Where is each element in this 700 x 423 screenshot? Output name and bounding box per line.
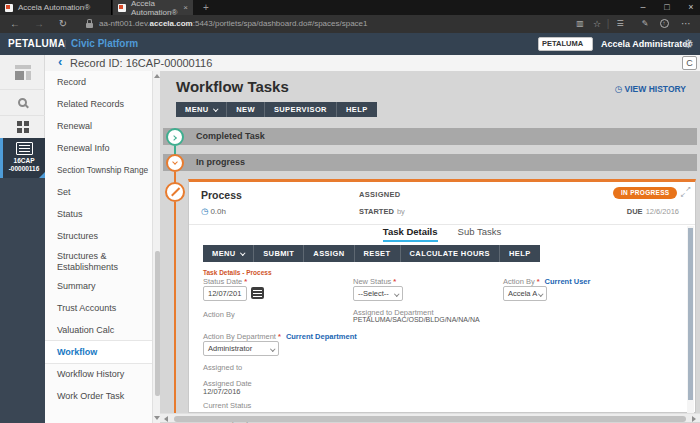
submit-button[interactable]: SUBMIT — [254, 245, 304, 262]
scroll-left-arrow[interactable] — [164, 416, 168, 422]
nav-item-status[interactable]: Status — [45, 203, 152, 225]
back-chevron-icon[interactable]: ‹ — [58, 54, 62, 69]
browser-window: Accela Automation® Accela Automation® × … — [0, 0, 700, 423]
new-status-select[interactable]: --Select-- — [353, 286, 403, 301]
task-bar-in-progress[interactable]: In progress — [163, 154, 697, 171]
page-title: Workflow Tasks — [176, 78, 289, 95]
chevron-down-icon — [394, 291, 399, 296]
app-header: PETALUMA | Civic Platform PETALUMA Accel… — [0, 33, 700, 55]
record-title: Record ID: 16CAP-00000116 — [70, 55, 212, 71]
accela-favicon — [5, 4, 13, 12]
nav-item-workflow[interactable]: Workflow — [45, 341, 160, 363]
hub-icon[interactable]: ☰ — [614, 15, 626, 33]
clock-icon: ◷ — [201, 206, 208, 216]
calendar-icon[interactable] — [251, 287, 264, 299]
assigned-label: ASSIGNED — [359, 190, 401, 199]
nav-item-record[interactable]: Record — [45, 71, 152, 93]
new-tab-button[interactable]: + — [199, 0, 213, 15]
nav-item-renewal[interactable]: Renewal — [45, 115, 152, 137]
tab-sub-tasks[interactable]: Sub Tasks — [458, 226, 502, 242]
tab-close-icon[interactable]: × — [183, 3, 188, 12]
reading-view-icon[interactable]: ▥ — [574, 15, 586, 33]
apps-button[interactable] — [0, 116, 45, 137]
chevron-down-icon — [240, 250, 245, 255]
nav-item-work-order-task[interactable]: Work Order Task — [45, 385, 152, 407]
share-icon[interactable]: ↑ — [660, 19, 670, 29]
record-chip-16cap[interactable]: 16CAP -00000116 — [0, 138, 45, 178]
web-note-icon[interactable]: ✎ — [639, 15, 651, 33]
nav-item-trust-accounts[interactable]: Trust Accounts — [45, 297, 152, 319]
dashboard-icon — [14, 65, 32, 80]
address-bar[interactable]: aa-nft001.dev.accela.com:5443/portlets/s… — [99, 15, 368, 33]
help-button[interactable]: HELP — [337, 102, 377, 117]
minimize-icon[interactable]: – — [632, 0, 654, 15]
close-icon[interactable]: × — [680, 0, 700, 15]
current-user-link[interactable]: Current User — [545, 277, 591, 286]
action-by-department-select[interactable]: Administrator — [203, 341, 279, 356]
in-progress-expand-icon[interactable] — [166, 154, 184, 172]
due-date: DUE12/6/2016 — [627, 207, 679, 216]
workflow-panel: Workflow Tasks ◷VIEW HISTORY MENU NEW SU… — [160, 71, 700, 423]
nav-item-related-records[interactable]: Related Records — [45, 93, 152, 115]
user-name: Accela Administrator — [601, 33, 691, 55]
maximize-icon[interactable]: □ — [656, 0, 678, 15]
menu-scrollbar[interactable] — [152, 71, 160, 423]
chevron-down-icon — [213, 106, 218, 111]
more-icon[interactable]: ⋯ — [679, 15, 693, 33]
help-button[interactable]: HELP — [500, 245, 540, 262]
dashboard-button[interactable] — [0, 55, 45, 90]
nav-item-structures-establishments[interactable]: Structures & Establishments — [45, 247, 152, 275]
assigned-to-department-value: PETALUMA/SAC/OSD/BLDG/NA/NA/NA — [353, 316, 480, 323]
process-card-header: Process ◷0.0h ASSIGNED STARTEDby IN PROG… — [189, 182, 695, 225]
assign-button[interactable]: ASSIGN — [304, 245, 354, 262]
new-button[interactable]: NEW — [227, 102, 265, 117]
nav-item-structures[interactable]: Structures — [45, 225, 152, 247]
task-name: Process — [201, 189, 242, 201]
nav-item-set[interactable]: Set — [45, 181, 152, 203]
pencil-icon — [165, 182, 185, 202]
task-bar-completed[interactable]: Completed Task — [163, 128, 697, 145]
horizontal-scrollbar[interactable] — [160, 413, 700, 422]
supervisor-button[interactable]: SUPERVISOR — [265, 102, 337, 117]
scrollbar-thumb[interactable] — [155, 251, 160, 396]
task-toolbar: MENU SUBMIT ASSIGN RESET CALCULATE HOURS… — [203, 245, 540, 262]
workflow-toolbar: MENU NEW SUPERVISOR HELP — [176, 102, 377, 117]
assigned-date-value: 12/07/2016 — [203, 387, 241, 396]
nav-item-summary[interactable]: Summary — [45, 275, 152, 297]
action-by-select[interactable]: Accela A — [503, 286, 547, 301]
completed-task-icon[interactable] — [166, 128, 184, 146]
timeline-connector-orange — [174, 202, 176, 413]
refresh-icon[interactable]: ↻ — [56, 15, 70, 33]
scrollbar-thumb[interactable] — [688, 228, 693, 400]
card-scrollbar[interactable] — [687, 226, 694, 414]
forward-icon[interactable]: → — [32, 15, 46, 33]
expand-icon[interactable]: ↗↙ — [681, 187, 691, 197]
launchpad-top — [0, 55, 45, 138]
scroll-right-arrow[interactable] — [692, 416, 696, 422]
agency-select[interactable]: PETALUMA — [538, 37, 593, 51]
current-status-label: Current Status — [203, 401, 251, 410]
task-tabs: Task Details Sub Tasks — [189, 226, 695, 242]
record-nav-menu: Record Related Records Renewal Renewal I… — [45, 71, 152, 423]
star-icon[interactable]: ☆ — [591, 15, 603, 33]
gear-icon[interactable]: ⚙ — [683, 33, 694, 55]
status-date-input[interactable] — [203, 286, 247, 301]
menu-button[interactable]: MENU — [203, 245, 254, 262]
calculate-hours-button[interactable]: CALCULATE HOURS — [401, 245, 500, 262]
tab-task-details[interactable]: Task Details — [383, 226, 438, 242]
search-button[interactable] — [0, 90, 45, 116]
back-icon[interactable]: ← — [8, 15, 22, 33]
browser-tab-active[interactable]: Accela Automation® × — [113, 0, 193, 15]
panel-refresh-button[interactable]: C — [682, 56, 697, 70]
nav-item-workflow-history[interactable]: Workflow History — [45, 363, 152, 385]
current-department-link[interactable]: Current Department — [286, 332, 357, 341]
nav-item-valuation-calc[interactable]: Valuation Calc — [45, 319, 152, 341]
scrollbar-thumb[interactable] — [174, 416, 686, 422]
toolbar-separator: | — [605, 15, 611, 33]
menu-button[interactable]: MENU — [176, 102, 227, 117]
reset-button[interactable]: RESET — [355, 245, 401, 262]
nav-item-section-township-range[interactable]: Section Township Range — [45, 159, 152, 181]
view-history-link[interactable]: ◷VIEW HISTORY — [615, 84, 686, 94]
browser-tab-inactive[interactable]: Accela Automation® — [0, 0, 112, 15]
nav-item-renewal-info[interactable]: Renewal Info — [45, 137, 152, 159]
